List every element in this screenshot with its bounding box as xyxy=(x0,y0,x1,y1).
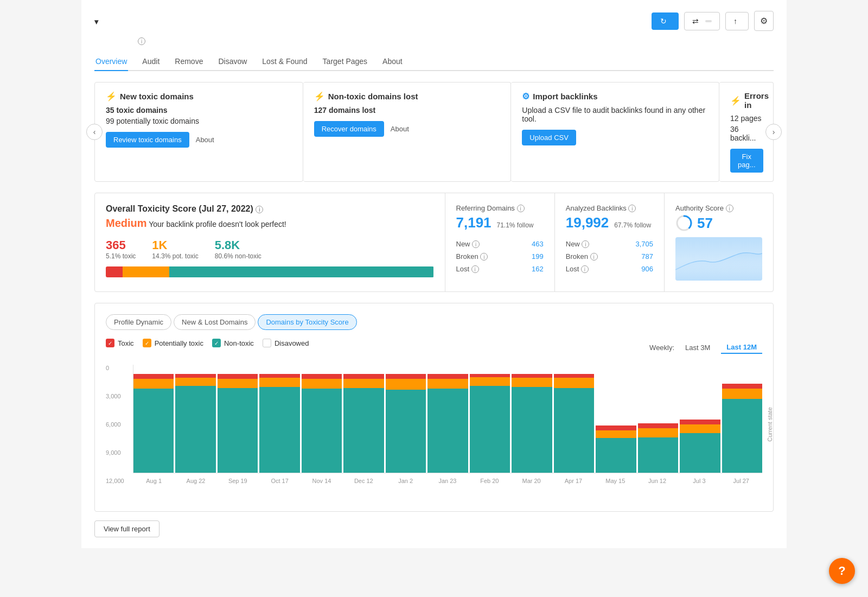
gear-icon: ⚙ xyxy=(760,16,768,26)
bar-group[interactable] xyxy=(259,374,299,473)
x-axis-label: Oct 17 xyxy=(259,478,301,484)
bar-orange xyxy=(218,379,258,388)
bar-group[interactable] xyxy=(680,420,720,473)
legend-pot-toxic[interactable]: ✓ Potentially toxic xyxy=(143,339,203,347)
integrations-button[interactable]: ⇄ xyxy=(684,12,720,30)
fix-page-button[interactable]: Fix pag... xyxy=(730,149,763,173)
legend-toxic[interactable]: ✓ Toxic xyxy=(106,339,134,347)
bar-group[interactable] xyxy=(343,374,384,473)
toxic-checkbox[interactable]: ✓ xyxy=(106,339,114,347)
bar-red xyxy=(302,374,342,379)
card-about-button[interactable]: About xyxy=(391,125,409,133)
card-title: ⚡ Errors in xyxy=(730,91,762,110)
tab-about[interactable]: About xyxy=(381,53,404,71)
bar-teal xyxy=(596,438,636,473)
last-3m-button[interactable]: Last 3M xyxy=(680,342,716,353)
bar-teal xyxy=(512,387,552,473)
toxicity-left-panel: Overall Toxicity Score (Jul 27, 2022) i … xyxy=(95,193,445,291)
analyzed-broken-value: 787 xyxy=(641,252,653,261)
cards-next-button[interactable]: › xyxy=(765,124,782,140)
referring-domains-rows: New i 463 Broken i 199 Lost i 162 xyxy=(456,238,544,275)
upload-csv-button[interactable]: Upload CSV xyxy=(522,130,576,145)
bar-teal xyxy=(386,390,426,473)
gear-blue-icon: ⚙ xyxy=(522,91,529,101)
pot-toxic-label: Potentially toxic xyxy=(155,339,203,347)
chart-area xyxy=(133,365,762,473)
bar-red xyxy=(386,374,426,379)
toxicity-info-icon[interactable]: i xyxy=(256,206,263,213)
sub-header: i xyxy=(94,37,774,45)
lost-info-icon2[interactable]: i xyxy=(581,265,589,273)
export-button[interactable]: ↑ xyxy=(725,12,749,30)
y-label-3000: 3,000 xyxy=(106,393,124,399)
bar-group[interactable] xyxy=(218,374,258,473)
tab-target-pages[interactable]: Target Pages xyxy=(322,53,369,71)
y-label-6000: 6,000 xyxy=(106,421,124,428)
bar-group[interactable] xyxy=(302,374,342,473)
bar-teal xyxy=(259,387,299,473)
card-stat-1: Upload a CSV file to audit backlinks fou… xyxy=(522,106,708,123)
pot-toxic-checkbox[interactable]: ✓ xyxy=(143,339,151,347)
non-toxic-count: 5.8K xyxy=(215,238,261,252)
bar-group[interactable] xyxy=(175,374,215,473)
bar-orange xyxy=(680,424,720,433)
view-full-report-button[interactable]: View full report xyxy=(94,520,159,537)
x-axis-label: Apr 17 xyxy=(552,478,594,484)
bar-group[interactable] xyxy=(427,374,468,473)
bar-orange xyxy=(427,379,468,389)
non-toxic-checkbox[interactable]: ✓ xyxy=(212,339,221,347)
lost-info-icon[interactable]: i xyxy=(471,265,479,273)
legend-disavowed[interactable]: Disavowed xyxy=(263,339,309,347)
bar-red xyxy=(427,374,468,379)
toxic-label: Toxic xyxy=(118,339,134,347)
tab-domains-by-toxicity[interactable]: Domains by Toxicity Score xyxy=(258,314,356,330)
card-about-button[interactable]: About xyxy=(196,136,214,144)
tab-new-lost-domains[interactable]: New & Lost Domains xyxy=(174,314,256,330)
current-state-label: Current state xyxy=(767,407,773,442)
ref-domains-lost-row: Lost i 162 xyxy=(456,263,544,275)
bar-group[interactable] xyxy=(554,374,594,473)
dropdown-arrow-icon[interactable]: ▾ xyxy=(94,17,98,26)
tab-disavow[interactable]: Disavow xyxy=(217,53,248,71)
bar-group[interactable] xyxy=(133,374,174,473)
new-info-icon2[interactable]: i xyxy=(582,240,589,248)
bar-group[interactable] xyxy=(470,374,510,473)
review-toxic-domains-button[interactable]: Review toxic domains xyxy=(106,132,189,148)
bar-group[interactable] xyxy=(722,384,762,473)
tab-lost-found[interactable]: Lost & Found xyxy=(261,53,308,71)
referring-domains-info-icon[interactable]: i xyxy=(517,205,525,212)
legend-non-toxic[interactable]: ✓ Non-toxic xyxy=(212,339,254,347)
pot-toxic-count: 1K xyxy=(152,238,198,252)
last-12m-button[interactable]: Last 12M xyxy=(721,341,762,354)
new-info-icon[interactable]: i xyxy=(472,240,480,248)
broken-info-icon2[interactable]: i xyxy=(590,253,598,261)
mailbox-info-icon[interactable]: i xyxy=(138,37,145,45)
bar-group[interactable] xyxy=(596,425,636,473)
bar-group[interactable] xyxy=(386,374,426,473)
bar-orange-segment xyxy=(123,266,169,277)
tab-audit[interactable]: Audit xyxy=(141,53,161,71)
recover-domains-button[interactable]: Recover domains xyxy=(314,121,384,137)
card-actions: Fix pag... xyxy=(730,149,762,173)
cards-prev-button[interactable]: ‹ xyxy=(86,124,103,140)
ref-domains-broken-label: Broken i xyxy=(456,252,488,261)
bar-teal xyxy=(554,388,594,473)
chart-legend: ✓ Toxic ✓ Potentially toxic ✓ Non-toxic … xyxy=(106,339,309,347)
x-axis-label: Jan 2 xyxy=(385,478,426,484)
tab-profile-dynamic[interactable]: Profile Dynamic xyxy=(106,314,171,330)
tab-remove[interactable]: Remove xyxy=(174,53,204,71)
chart-controls: Weekly: Last 3M Last 12M xyxy=(649,341,762,354)
settings-button[interactable]: ⚙ xyxy=(754,11,774,31)
bar-teal xyxy=(680,433,720,473)
broken-info-icon[interactable]: i xyxy=(480,253,488,261)
bar-group[interactable] xyxy=(638,423,678,473)
chart-tabs: Profile Dynamic New & Lost Domains Domai… xyxy=(106,314,762,330)
disavowed-checkbox[interactable] xyxy=(263,339,271,347)
disavowed-label: Disavowed xyxy=(275,339,309,347)
tab-overview[interactable]: Overview xyxy=(94,53,128,71)
rerun-campaign-button[interactable]: ↻ xyxy=(652,12,679,30)
toxic-label: 5.1% toxic xyxy=(106,252,136,260)
authority-info-icon[interactable]: i xyxy=(726,205,733,212)
bar-group[interactable] xyxy=(512,374,552,473)
analyzed-info-icon[interactable]: i xyxy=(628,205,636,212)
